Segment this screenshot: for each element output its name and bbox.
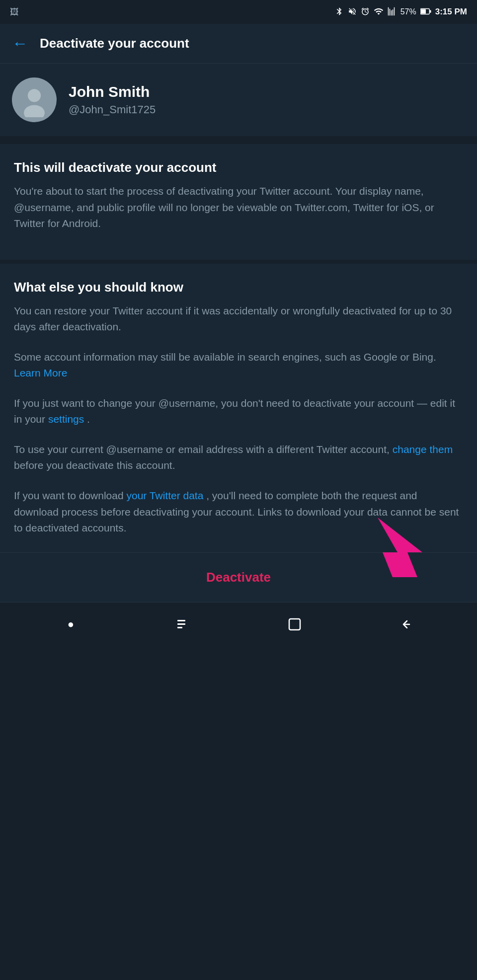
header: ← Deactivate your account	[0, 24, 477, 64]
signal-icon	[388, 7, 397, 17]
deactivate-bar-wrapper: Deactivate	[0, 552, 477, 602]
deactivate-title: This will deactivate your account	[14, 160, 463, 175]
section-divider-1	[0, 140, 477, 144]
deactivate-button[interactable]: Deactivate	[14, 565, 463, 590]
twitter-data-link[interactable]: your Twitter data	[127, 490, 204, 501]
deactivate-body: You're about to start the process of dea…	[14, 183, 463, 232]
deactivate-footer: Deactivate	[0, 552, 477, 602]
svg-rect-8	[177, 623, 185, 625]
status-photo-icon: 🖼	[10, 7, 19, 17]
battery-text: 57%	[400, 7, 416, 16]
wifi-icon	[374, 6, 384, 18]
svg-point-4	[28, 89, 41, 102]
know-section: What else you should know You can restor…	[0, 264, 477, 552]
bluetooth-icon	[335, 7, 344, 17]
section-divider-2	[0, 260, 477, 264]
learn-more-link[interactable]: Learn More	[14, 367, 67, 378]
data-block: If you want to download your Twitter dat…	[14, 488, 463, 536]
nav-home-button[interactable]: ●	[56, 609, 86, 639]
profile-info: John Smith @John_Smit1725	[69, 83, 156, 116]
know-title: What else you should know	[14, 280, 463, 295]
time-display: 3:15 PM	[435, 7, 467, 17]
deactivate-info-section: This will deactivate your account You're…	[0, 144, 477, 260]
restore-text: You can restore your Twitter account if …	[14, 305, 452, 333]
email-before: To use your current @username or email a…	[14, 444, 390, 455]
profile-username: @John_Smit1725	[69, 103, 156, 116]
nav-recent-button[interactable]	[168, 609, 198, 639]
svg-rect-9	[177, 627, 182, 628]
nav-bar: ●	[0, 602, 477, 647]
battery-icon	[420, 8, 431, 16]
email-after: before you deactivate this account.	[14, 459, 175, 471]
mute-icon	[348, 7, 357, 17]
restore-block: You can restore your Twitter account if …	[14, 303, 463, 335]
avatar	[12, 77, 57, 122]
nav-back-button[interactable]	[392, 609, 421, 639]
profile-section: John Smith @John_Smit1725	[0, 64, 477, 140]
alarm-icon	[361, 7, 370, 17]
search-block: Some account information may still be av…	[14, 349, 463, 381]
change-them-link[interactable]: change them	[393, 444, 453, 455]
data-before: If you want to download	[14, 490, 124, 501]
svg-rect-7	[177, 620, 185, 621]
email-block: To use your current @username or email a…	[14, 442, 463, 474]
svg-rect-10	[289, 619, 300, 630]
settings-link[interactable]: settings	[48, 413, 84, 425]
username-change-after: .	[87, 413, 90, 425]
username-change-block: If you just want to change your @usernam…	[14, 395, 463, 428]
svg-rect-2	[430, 10, 431, 13]
profile-name: John Smith	[69, 83, 156, 100]
nav-square-button[interactable]	[280, 609, 310, 639]
page-title: Deactivate your account	[40, 36, 189, 51]
status-bar: 🖼 57% 3:15 PM	[0, 0, 477, 24]
search-text-before: Some account information may still be av…	[14, 351, 436, 363]
back-button[interactable]: ←	[12, 34, 28, 53]
svg-rect-1	[421, 9, 426, 13]
